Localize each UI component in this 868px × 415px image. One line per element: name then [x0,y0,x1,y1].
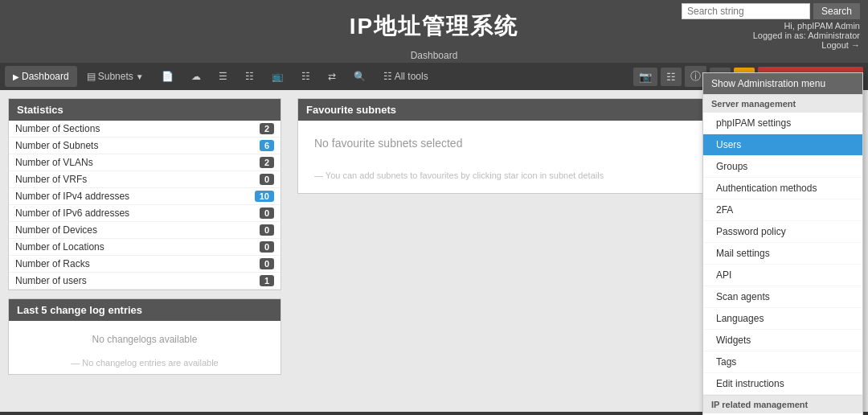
nav-icon-hosts[interactable]: 📄 [154,66,182,87]
dropdown-item-password-policy[interactable]: Password policy [703,221,862,243]
user-greeting: Hi, phpIPAM Admin [784,21,860,31]
hosts-icon: 📄 [162,71,174,82]
stats-value-badge: 6 [260,140,274,151]
user-logged-as: Logged in as: Administrator [753,31,860,40]
dropdown-section-header: Server management [703,94,862,113]
tools-icon: ☷ [383,71,392,82]
changelog-header: Last 5 change log entries [9,299,280,321]
stats-label: Number of users [9,273,225,290]
nav-icon-btn-2[interactable]: ☷ [661,68,682,86]
dropdown-item-mail-settings[interactable]: Mail settings [703,243,862,265]
swap-icon: ⇄ [328,71,336,82]
stats-row: Number of Subnets6 [9,138,280,154]
nav-item-dashboard[interactable]: ▶ Dashboard [5,66,77,87]
statistics-header: Statistics [9,99,280,121]
stats-label: Number of Subnets [9,138,225,154]
stats-label: Number of Locations [9,239,225,256]
stats-label: Number of Racks [9,256,225,273]
stats-value-badge: 10 [255,191,274,202]
dropdown-item-2fa[interactable]: 2FA [703,199,862,221]
nav-icon-btn-1[interactable]: 📷 [633,68,657,86]
stats-row: Number of Sections2 [9,121,280,138]
search-nav-icon: 🔍 [354,71,366,82]
nav-icon-table[interactable]: ☷ [293,66,318,87]
dropdown-item-edit-instructions[interactable]: Edit instructions [703,373,862,395]
statistics-table: Number of Sections2Number of Subnets6Num… [9,121,280,290]
stats-row: Number of Devices0 [9,222,280,239]
stats-label: Number of IPv4 addresses [9,188,225,205]
page-subtitle: Dashboard [0,50,868,61]
stats-row: Number of IPv4 addresses10 [9,188,280,205]
dropdown-item-users[interactable]: Users [703,134,862,156]
chevron-right-icon: ▶ [13,72,19,81]
nav-item-all-tools[interactable]: ☷ All tools [375,66,436,87]
stats-value-badge: 2 [260,123,274,134]
subnet-icon: ▤ [87,71,96,82]
stats-value-badge: 1 [260,275,274,286]
nav-item-subnets[interactable]: ▤ Subnets ▼ [79,66,152,87]
admin-dropdown-menu: Show Administration menu Server manageme… [702,72,863,415]
stats-value-badge: 0 [260,224,274,236]
nav-icon-search[interactable]: 🔍 [346,66,374,87]
stats-row: Number of users1 [9,273,280,290]
stats-label: Number of VLANs [9,154,225,171]
logout-link[interactable]: Logout [821,40,849,50]
stats-value-badge: 0 [260,174,274,185]
stats-row: Number of VRFs0 [9,171,280,188]
nav-icon-list[interactable]: ☰ [211,66,235,87]
search-button[interactable]: Search [813,3,860,19]
statistics-box: Statistics Number of Sections2Number of … [8,98,281,290]
cloud-icon: ☁ [191,71,201,82]
stats-value-badge: 0 [260,258,274,269]
dropdown-item-auth-methods[interactable]: Authentication methods [703,178,862,199]
dropdown-arrow-icon: ▼ [136,72,144,81]
stats-row: Number of Locations0 [9,239,280,256]
dropdown-item-api[interactable]: API [703,265,862,286]
table-icon: ☷ [301,71,310,82]
dropdown-item-scan-agents[interactable]: Scan agents [703,286,862,308]
changelog-box: Last 5 change log entries No changelogs … [8,298,281,375]
stats-value-badge: 2 [260,157,274,168]
dropdown-item-languages[interactable]: Languages [703,308,862,330]
dropdown-item-widgets[interactable]: Widgets [703,330,862,351]
show-admin-menu-item[interactable]: Show Administration menu [703,73,862,94]
search-input[interactable] [682,3,810,19]
nav-icon-cloud[interactable]: ☁ [183,66,209,87]
list-icon: ☰ [219,71,227,82]
nav-icon-swap[interactable]: ⇄ [320,66,344,87]
stats-row: Number of IPv6 addresses0 [9,205,280,222]
logout-icon: → [851,40,860,50]
device-icon: 📺 [272,71,284,82]
stats-row: Number of VLANs2 [9,154,280,171]
stats-label: Number of IPv6 addresses [9,205,225,222]
stats-label: Number of Sections [9,121,225,138]
stats-value-badge: 0 [260,208,274,219]
changelog-no-data-sub: — No changelog entries are available [9,358,280,374]
stats-value-badge: 0 [260,241,274,253]
dropdown-item-tags[interactable]: Tags [703,351,862,373]
dropdown-section-header: IP related management [703,395,862,413]
stats-label: Number of VRFs [9,171,225,188]
stats-label: Number of Devices [9,222,225,239]
nav-icon-grid[interactable]: ☷ [237,66,262,87]
app-title: IP地址管理系统 [292,11,575,42]
stats-row: Number of Racks0 [9,256,280,273]
nav-icon-device[interactable]: 📺 [264,66,292,87]
changelog-no-data: No changelogs available [9,321,280,358]
dropdown-item-groups[interactable]: Groups [703,156,862,178]
grid-icon: ☷ [245,71,254,82]
dropdown-item-phpipam-settings[interactable]: phpIPAM settings [703,113,862,134]
